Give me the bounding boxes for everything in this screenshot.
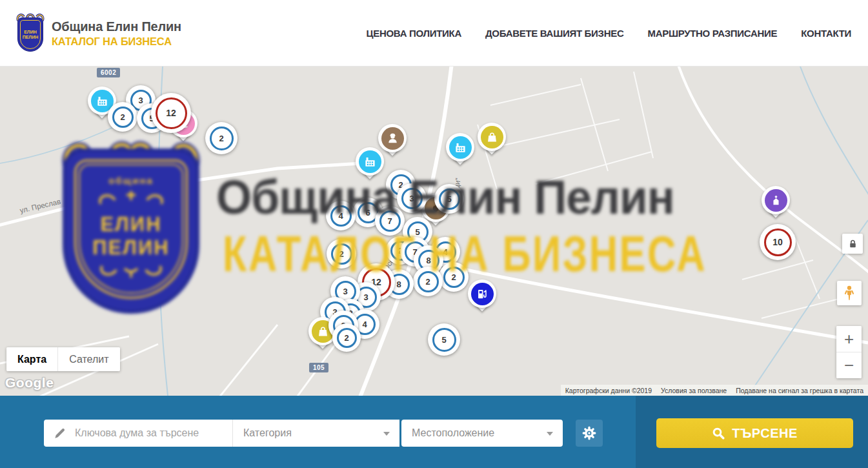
pencil-icon xyxy=(44,427,75,440)
map-pin-marker-bag[interactable] xyxy=(478,123,506,151)
category-select[interactable]: Категория xyxy=(232,420,399,447)
brand[interactable]: ЕЛИН ПЕЛИН Община Елин Пелин КАТАЛОГ НА … xyxy=(15,14,181,53)
map-attribution: Картографски данни ©2019 Условия за полз… xyxy=(561,385,868,396)
main-nav: ЦЕНОВА ПОЛИТИКА ДОБАВЕТЕ ВАШИЯТ БИЗНЕС М… xyxy=(367,0,851,66)
map-cluster-marker[interactable]: 2 xyxy=(332,323,361,352)
map-cluster-marker[interactable]: 2 xyxy=(327,239,356,269)
advanced-settings-button[interactable] xyxy=(576,420,603,447)
brand-title: Община Елин Пелин xyxy=(52,19,181,34)
chevron-down-icon xyxy=(383,432,390,436)
pegman-icon[interactable] xyxy=(837,281,862,305)
brand-subtitle: КАТАЛОГ НА БИЗНЕСА xyxy=(52,36,181,48)
municipality-logo-icon: ЕЛИН ПЕЛИН xyxy=(15,14,45,53)
map-type-control: Карта Сателит xyxy=(6,347,120,371)
nav-contacts[interactable]: КОНТАКТИ xyxy=(801,28,851,39)
attribution-terms-link[interactable]: Условия за ползване xyxy=(661,387,727,394)
map-cluster-marker[interactable]: 3 xyxy=(397,183,427,213)
map-cluster-marker[interactable]: 2 xyxy=(439,262,469,292)
map-cluster-marker[interactable]: 4 xyxy=(326,201,356,230)
map-cluster-marker[interactable]: 2 xyxy=(413,267,443,296)
site-header: ЕЛИН ПЕЛИН Община Елин Пелин КАТАЛОГ НА … xyxy=(0,0,868,66)
nav-route-schedule[interactable]: МАРШРУТНО РАЗПИСАНИЕ xyxy=(647,28,777,39)
map-cluster-marker[interactable]: 5 xyxy=(428,323,460,356)
chevron-down-icon xyxy=(547,432,553,436)
attribution-report-link[interactable]: Подаване на сигнал за грешка в картата xyxy=(736,387,863,394)
google-logo[interactable]: Google xyxy=(5,375,54,391)
attribution-copyright: Картографски данни ©2019 xyxy=(565,387,652,394)
zoom-control: + − xyxy=(836,326,862,378)
nav-pricing[interactable]: ЦЕНОВА ПОЛИТИКА xyxy=(367,28,461,39)
map-type-map-button[interactable]: Карта xyxy=(6,347,57,371)
map-cluster-marker[interactable]: 12 xyxy=(151,93,191,133)
search-icon xyxy=(712,427,725,440)
zoom-out-button[interactable]: − xyxy=(836,352,862,378)
map-cluster-marker[interactable]: 7 xyxy=(375,206,405,236)
zoom-in-button[interactable]: + xyxy=(836,326,862,352)
map-pin-marker-fuel[interactable] xyxy=(468,280,496,308)
map-pin-marker-factory[interactable] xyxy=(356,147,384,176)
gear-icon xyxy=(582,426,596,440)
nav-add-business[interactable]: ДОБАВЕТЕ ВАШИЯТ БИЗНЕС xyxy=(485,28,623,39)
lock-icon[interactable] xyxy=(842,234,863,254)
map-cluster-marker[interactable]: 10 xyxy=(760,224,796,260)
map-cluster-marker[interactable]: 5 xyxy=(434,184,464,214)
map-cluster-marker[interactable]: 2 xyxy=(108,102,137,132)
map-pin-marker-church[interactable] xyxy=(762,186,790,214)
map-type-satellite-button[interactable]: Сателит xyxy=(57,347,119,371)
map-cluster-marker[interactable]: 2 xyxy=(205,122,237,154)
map-pin-marker-factory[interactable] xyxy=(446,133,474,161)
location-select[interactable]: Местоположение xyxy=(401,420,563,447)
search-bar: Категория Местоположение ТЪРСЕНЕ xyxy=(0,396,868,468)
search-button[interactable]: ТЪРСЕНЕ xyxy=(656,418,853,448)
map-markers-layer: 325122235647522748228123383432510 xyxy=(0,66,868,396)
map-canvas[interactable]: 6002 105 ул. Преслав бул. „Новосел ци“ 3… xyxy=(0,66,868,396)
